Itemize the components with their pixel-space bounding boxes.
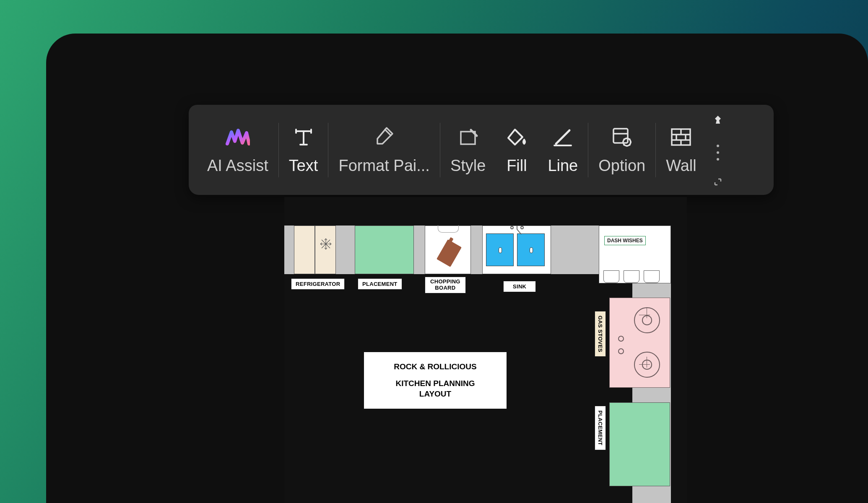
text-label: Text bbox=[289, 157, 318, 175]
line-pen-icon bbox=[552, 125, 574, 149]
faucet-icon bbox=[509, 224, 525, 236]
placement-fixture-top[interactable] bbox=[355, 226, 414, 274]
fill-button[interactable]: Fill bbox=[496, 105, 538, 195]
sink-fixture[interactable] bbox=[482, 226, 551, 274]
dishwasher-fixture[interactable]: DASH WISHES bbox=[599, 226, 671, 283]
plan-title-box[interactable]: ROCK & ROLLICIOUS KITCHEN PLANNING LAYOU… bbox=[364, 352, 507, 409]
style-icon bbox=[457, 125, 478, 149]
option-label: Option bbox=[598, 157, 645, 175]
paintbrush-icon bbox=[372, 125, 396, 149]
design-canvas[interactable]: DASH WISHES REFRIGERATOR PLACEMENT CHOPP… bbox=[284, 197, 687, 503]
placement-fixture-right[interactable] bbox=[609, 402, 670, 486]
text-button[interactable]: Text bbox=[279, 105, 328, 195]
style-button[interactable]: Style bbox=[440, 105, 496, 195]
pin-icon[interactable] bbox=[712, 114, 724, 127]
refrigerator-fixture[interactable] bbox=[294, 226, 336, 274]
text-icon bbox=[293, 125, 314, 149]
plan-title-line2-3: KITCHEN PLANNING LAYOUT bbox=[396, 378, 475, 399]
wall-brick-icon bbox=[670, 125, 692, 149]
wall-button[interactable]: Wall bbox=[656, 105, 706, 195]
toolbar-extra-controls bbox=[712, 114, 724, 186]
snowflake-icon bbox=[320, 238, 332, 250]
placement-label: PLACEMENT bbox=[358, 278, 402, 290]
chopping-board-icon bbox=[437, 239, 462, 267]
ai-assist-button[interactable]: AI Assist bbox=[197, 105, 278, 195]
svg-point-5 bbox=[521, 226, 523, 229]
chopping-board-label: CHOPPING BOARD bbox=[425, 277, 466, 293]
svg-point-4 bbox=[511, 226, 513, 229]
plan-title-line1: ROCK & ROLLICIOUS bbox=[394, 361, 476, 372]
svg-rect-1 bbox=[613, 129, 628, 143]
more-options-icon[interactable] bbox=[717, 145, 719, 161]
app-window: AI Assist Text Format Pai... bbox=[46, 34, 868, 503]
ai-assist-label: AI Assist bbox=[207, 157, 268, 175]
placement-label-right: PLACEMENT bbox=[595, 406, 606, 450]
fill-label: Fill bbox=[507, 157, 527, 175]
dash-wishes-label: DASH WISHES bbox=[604, 236, 646, 245]
expand-corner-icon[interactable] bbox=[714, 178, 722, 186]
format-painter-button[interactable]: Format Pai... bbox=[328, 105, 440, 195]
gas-stove-fixture[interactable] bbox=[609, 298, 670, 388]
option-gear-icon bbox=[611, 125, 633, 149]
fill-bucket-icon bbox=[506, 125, 528, 149]
format-painter-label: Format Pai... bbox=[338, 157, 430, 175]
line-button[interactable]: Line bbox=[538, 105, 588, 195]
sink-label: SINK bbox=[503, 281, 536, 292]
line-label: Line bbox=[548, 157, 578, 175]
floating-toolbar: AI Assist Text Format Pai... bbox=[189, 105, 774, 195]
style-label: Style bbox=[450, 157, 486, 175]
gas-stoves-label: GAS STOVES bbox=[595, 311, 606, 357]
option-button[interactable]: Option bbox=[588, 105, 655, 195]
ai-assist-icon bbox=[226, 125, 250, 149]
svg-rect-0 bbox=[461, 132, 475, 144]
refrigerator-label: REFRIGERATOR bbox=[291, 278, 345, 290]
chopping-board-fixture[interactable] bbox=[425, 226, 471, 274]
wall-label: Wall bbox=[666, 157, 696, 175]
